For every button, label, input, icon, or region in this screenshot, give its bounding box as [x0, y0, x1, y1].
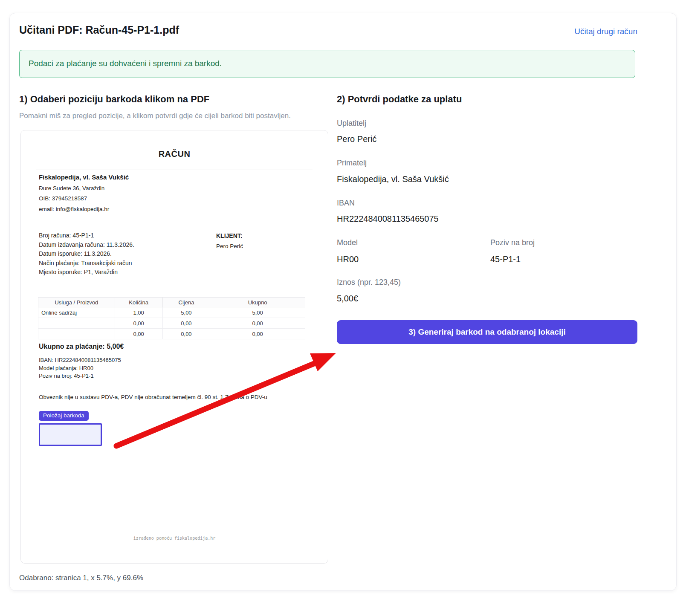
- invoice-iban-line: IBAN: HR2224840081135465075: [39, 356, 121, 364]
- iban-value: HR2224840081135465075: [337, 214, 439, 224]
- payer-label: Uplatitelj: [337, 119, 366, 128]
- invoice-issue-date: Datum izdavanja računa: 11.3.2026.: [39, 240, 134, 250]
- column-header-price: Cijena: [162, 298, 210, 307]
- item-qty-cell: 1,00: [115, 307, 162, 318]
- payer-value: Pero Perić: [337, 134, 376, 144]
- reference-number-label: Poziv na broj: [490, 238, 535, 247]
- item-price-cell: 0,00: [162, 318, 210, 329]
- barcode-selection-box[interactable]: [39, 423, 102, 446]
- table-header-row: Usluga / Proizvod Količina Cijena Ukupno: [38, 298, 305, 307]
- invoice-payment-info: IBAN: HR2224840081135465075 Model plaćan…: [39, 356, 121, 380]
- invoice-company-name: Fiskalopedija, vl. Saša Vukšić: [39, 174, 129, 181]
- invoice-delivery-place: Mjesto isporuke: P1, Varaždin: [39, 268, 134, 277]
- invoice-reference-line: Poziv na broj: 45-P1-1: [39, 372, 121, 380]
- invoice-items-table: Usluga / Proizvod Količina Cijena Ukupno…: [38, 297, 305, 339]
- pdf-preview-click-area[interactable]: RAČUN Fiskalopedija, vl. Saša Vukšić Đur…: [20, 130, 328, 564]
- invoice-divider: [36, 170, 313, 170]
- item-price-cell: 0,00: [162, 329, 210, 339]
- table-row: Online sadržaj 1,00 5,00 5,00: [38, 307, 305, 318]
- invoice-delivery-date: Datum isporuke: 11.3.2026.: [39, 249, 134, 259]
- invoice-title: RAČUN: [21, 149, 328, 159]
- item-name-cell: [38, 318, 115, 329]
- recipient-label: Primatelj: [337, 159, 367, 168]
- selection-status: Odabrano: stranica 1, x 5.7%, y 69.6%: [19, 574, 143, 582]
- invoice-footer: izrađeno pomoću fiskalopedija.hr: [21, 536, 328, 541]
- invoice-company-address: Đure Sudete 36, Varaždin: [39, 185, 104, 191]
- app-page: Učitani PDF: Račun-45-P1-1.pdf Učitaj dr…: [0, 0, 686, 616]
- invoice-company-email: email: info@fiskalopedija.hr: [39, 206, 109, 212]
- column-header-service: Usluga / Proizvod: [38, 298, 115, 307]
- step1-subtitle: Pomakni miš za pregled pozicije, a kliko…: [19, 112, 291, 120]
- step2-heading: 2) Potvrdi podatke za uplatu: [337, 94, 462, 105]
- recipient-value: Fiskalopedija, vl. Saša Vukšić: [337, 174, 449, 184]
- success-alert: Podaci za plaćanje su dohvaćeni i spremn…: [19, 50, 635, 78]
- generate-barcode-button[interactable]: 3) Generiraj barkod na odabranoj lokacij…: [337, 320, 637, 344]
- reference-number-value: 45-P1-1: [490, 254, 521, 264]
- table-row: 0,00 0,00 0,00: [38, 318, 305, 329]
- invoice-company-oib: OIB: 37945218587: [39, 195, 87, 202]
- success-alert-text: Podaci za plaćanje su dohvaćeni i spremn…: [29, 59, 222, 68]
- item-total-cell: 0,00: [210, 318, 305, 329]
- page-title: Učitani PDF: Račun-45-P1-1.pdf: [19, 24, 179, 36]
- step1-heading: 1) Odaberi poziciju barkoda klikom na PD…: [19, 94, 209, 105]
- invoice-total: Ukupno za plaćanje: 5,00€: [39, 343, 124, 350]
- item-total-cell: 5,00: [210, 307, 305, 318]
- model-value: HR00: [337, 254, 359, 264]
- item-total-cell: 0,00: [210, 329, 305, 339]
- item-name-cell: [38, 329, 115, 339]
- invoice-payment-method: Način plaćanja: Transakcijski račun: [39, 259, 134, 268]
- upload-other-invoice-link[interactable]: Učitaj drugi račun: [574, 27, 637, 36]
- table-row: 0,00 0,00 0,00: [38, 329, 305, 339]
- barcode-position-badge: Položaj barkoda: [39, 411, 89, 421]
- item-qty-cell: 0,00: [115, 329, 162, 339]
- amount-label: Iznos (npr. 123,45): [337, 278, 401, 287]
- column-header-quantity: Količina: [115, 298, 162, 307]
- amount-value: 5,00€: [337, 294, 358, 304]
- item-name-cell: Online sadržaj: [38, 307, 115, 318]
- item-qty-cell: 0,00: [115, 318, 162, 329]
- invoice-vat-note: Obveznik nije u sustavu PDV-a, PDV nije …: [39, 394, 267, 400]
- invoice-client-name: Pero Perić: [216, 243, 243, 249]
- iban-label: IBAN: [337, 199, 355, 208]
- invoice-model-line: Model plaćanja: HR00: [39, 364, 121, 373]
- invoice-details: Broj računa: 45-P1-1 Datum izdavanja rač…: [39, 231, 134, 277]
- column-header-total: Ukupno: [210, 298, 305, 307]
- invoice-number: Broj računa: 45-P1-1: [39, 231, 134, 240]
- model-label: Model: [337, 238, 358, 247]
- invoice-client-label: KLIJENT:: [216, 232, 242, 239]
- item-price-cell: 5,00: [162, 307, 210, 318]
